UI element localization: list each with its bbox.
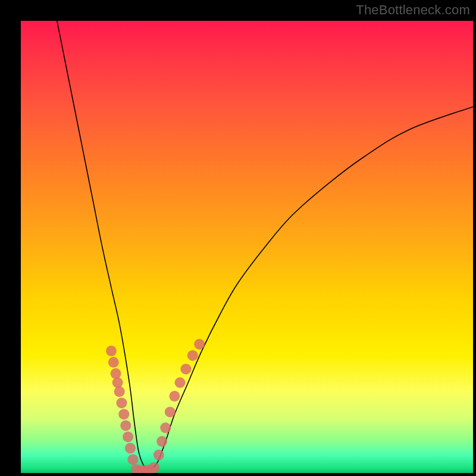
scatter-dot [194, 339, 205, 349]
scatter-dot [123, 431, 133, 442]
scatter-dot [120, 420, 131, 431]
scatter-dot [169, 391, 180, 402]
scatter-dot [114, 386, 125, 397]
scatter-dot [149, 462, 159, 473]
chart-stage: TheBottleneck.com [0, 0, 476, 476]
scatter-dot [111, 368, 121, 379]
plot-area [21, 21, 473, 473]
scatter-dot [116, 397, 127, 408]
scatter-dot [187, 350, 198, 361]
scatter-dot [165, 406, 176, 417]
scatter-dot [156, 436, 167, 447]
scatter-dot [125, 443, 136, 453]
scatter-dot [154, 450, 164, 461]
scatter-dot [160, 422, 171, 433]
scatter-dot [127, 454, 138, 465]
scatter-dot [180, 364, 191, 374]
chart-overlay-svg [21, 21, 473, 473]
scatter-dot [112, 377, 123, 388]
scatter-dots-group [106, 339, 205, 473]
scatter-dot [108, 357, 119, 368]
scatter-dot [106, 346, 117, 356]
scatter-dot [118, 409, 129, 419]
scatter-dot [175, 377, 186, 388]
watermark-text: TheBottleneck.com [356, 2, 470, 18]
